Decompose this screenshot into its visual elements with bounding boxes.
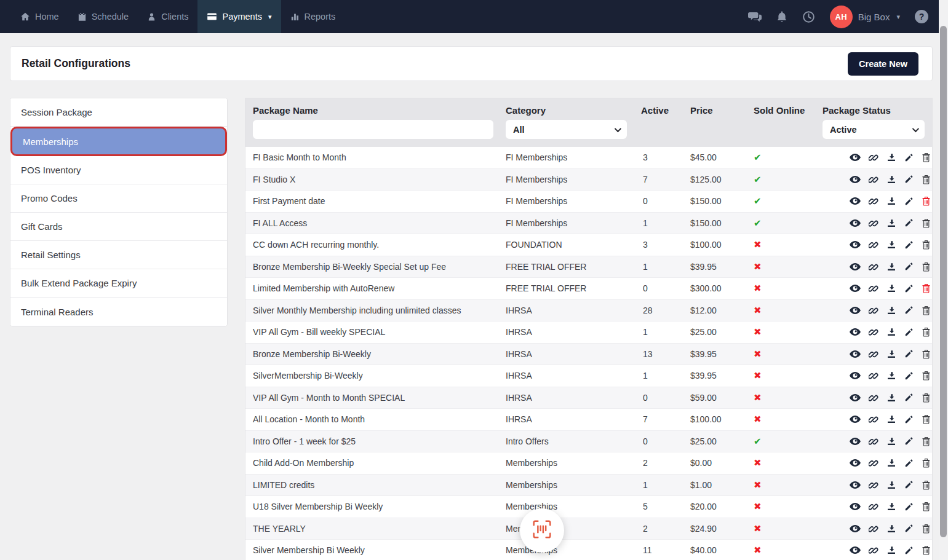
download-icon[interactable]: [886, 175, 896, 184]
delete-icon[interactable]: [922, 175, 931, 184]
nav-item-reports[interactable]: Reports: [281, 0, 345, 33]
sidebar-item-session-package[interactable]: Session Package: [10, 98, 227, 127]
package-status-select[interactable]: Active: [823, 120, 925, 139]
download-icon[interactable]: [886, 436, 896, 446]
link-icon[interactable]: [869, 175, 878, 184]
edit-icon[interactable]: [904, 153, 914, 162]
delete-icon[interactable]: [922, 393, 931, 403]
nav-item-clients[interactable]: Clients: [138, 0, 197, 33]
delete-icon[interactable]: [922, 524, 931, 534]
view-icon[interactable]: [850, 524, 861, 533]
view-icon[interactable]: [850, 437, 861, 446]
download-icon[interactable]: [886, 480, 896, 490]
chat-icon[interactable]: [748, 11, 762, 22]
edit-icon[interactable]: [904, 328, 914, 337]
edit-icon[interactable]: [904, 218, 914, 227]
edit-icon[interactable]: [904, 459, 914, 468]
sidebar-item-memberships[interactable]: Memberships: [10, 127, 227, 156]
view-icon[interactable]: [850, 502, 861, 511]
sidebar-item-pos-inventory[interactable]: POS Inventory: [10, 156, 227, 184]
delete-icon[interactable]: [922, 349, 931, 359]
download-icon[interactable]: [886, 283, 896, 293]
view-icon[interactable]: [850, 306, 861, 315]
download-icon[interactable]: [886, 524, 896, 534]
link-icon[interactable]: [869, 414, 878, 424]
link-icon[interactable]: [869, 283, 878, 293]
view-icon[interactable]: [850, 153, 861, 162]
download-icon[interactable]: [886, 218, 896, 228]
sidebar-item-bulk-extend-package-expiry[interactable]: Bulk Extend Package Expiry: [10, 269, 227, 298]
view-icon[interactable]: [850, 371, 861, 380]
vertical-scrollbar[interactable]: [939, 0, 948, 560]
help-icon[interactable]: ?: [915, 10, 928, 23]
view-icon[interactable]: [850, 481, 861, 489]
view-icon[interactable]: [850, 175, 861, 184]
download-icon[interactable]: [886, 371, 896, 381]
view-icon[interactable]: [850, 546, 861, 554]
download-icon[interactable]: [886, 262, 896, 272]
delete-icon[interactable]: [922, 196, 931, 206]
delete-icon[interactable]: [922, 480, 931, 490]
download-icon[interactable]: [886, 545, 896, 555]
download-icon[interactable]: [886, 349, 896, 359]
download-icon[interactable]: [886, 502, 896, 511]
sidebar-item-retail-settings[interactable]: Retail Settings: [10, 241, 227, 269]
download-icon[interactable]: [886, 393, 896, 403]
link-icon[interactable]: [869, 502, 878, 511]
download-icon[interactable]: [886, 327, 896, 337]
link-icon[interactable]: [869, 393, 878, 403]
link-icon[interactable]: [869, 458, 878, 468]
edit-icon[interactable]: [904, 546, 914, 555]
link-icon[interactable]: [869, 218, 878, 228]
edit-icon[interactable]: [904, 284, 914, 293]
delete-icon[interactable]: [922, 458, 931, 468]
edit-icon[interactable]: [904, 524, 914, 533]
link-icon[interactable]: [869, 196, 878, 206]
download-icon[interactable]: [886, 196, 896, 206]
edit-icon[interactable]: [904, 371, 914, 381]
view-icon[interactable]: [850, 393, 861, 402]
delete-icon[interactable]: [922, 436, 931, 446]
clock-icon[interactable]: [802, 10, 815, 23]
edit-icon[interactable]: [904, 306, 914, 315]
view-icon[interactable]: [850, 350, 861, 358]
edit-icon[interactable]: [904, 240, 914, 250]
link-icon[interactable]: [869, 306, 878, 315]
view-icon[interactable]: [850, 284, 861, 293]
edit-icon[interactable]: [904, 480, 914, 489]
link-icon[interactable]: [869, 349, 878, 359]
link-icon[interactable]: [869, 327, 878, 337]
link-icon[interactable]: [869, 524, 878, 534]
create-new-button[interactable]: Create New: [848, 52, 918, 76]
view-icon[interactable]: [850, 459, 861, 467]
sidebar-item-promo-codes[interactable]: Promo Codes: [10, 184, 227, 213]
edit-icon[interactable]: [904, 393, 914, 402]
view-icon[interactable]: [850, 262, 861, 271]
barcode-scanner-button[interactable]: [520, 508, 564, 553]
category-select[interactable]: All: [506, 120, 627, 139]
edit-icon[interactable]: [904, 502, 914, 511]
delete-icon[interactable]: [922, 152, 931, 162]
delete-icon[interactable]: [922, 218, 931, 228]
link-icon[interactable]: [869, 480, 878, 490]
view-icon[interactable]: [850, 219, 861, 227]
nav-item-home[interactable]: Home: [11, 0, 68, 33]
edit-icon[interactable]: [904, 436, 914, 446]
edit-icon[interactable]: [904, 415, 914, 424]
download-icon[interactable]: [886, 240, 896, 250]
link-icon[interactable]: [869, 240, 878, 250]
delete-icon[interactable]: [922, 545, 931, 555]
notifications-bell-icon[interactable]: [776, 10, 787, 23]
link-icon[interactable]: [869, 545, 878, 555]
delete-icon[interactable]: [922, 327, 931, 337]
view-icon[interactable]: [850, 240, 861, 249]
download-icon[interactable]: [886, 458, 896, 468]
scrollbar-thumb[interactable]: [940, 26, 947, 537]
link-icon[interactable]: [869, 436, 878, 446]
package-name-filter-input[interactable]: [253, 120, 493, 139]
sidebar-item-terminal-readers[interactable]: Terminal Readers: [10, 298, 227, 326]
delete-icon[interactable]: [922, 283, 931, 293]
edit-icon[interactable]: [904, 197, 914, 206]
download-icon[interactable]: [886, 414, 896, 424]
link-icon[interactable]: [869, 371, 878, 381]
